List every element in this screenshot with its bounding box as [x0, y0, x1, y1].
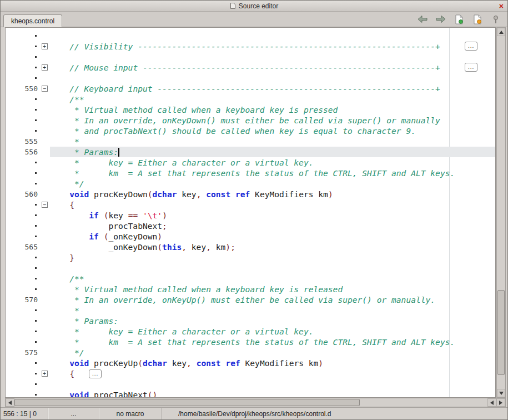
code-line[interactable]: */: [6, 178, 495, 189]
close-icon[interactable]: ×: [499, 2, 504, 10]
gutter-line-number[interactable]: [6, 231, 39, 242]
fold-column[interactable]: [39, 231, 50, 242]
code-line[interactable]: * Virtual method called when a keyboard …: [6, 104, 495, 115]
code-text[interactable]: [50, 263, 495, 273]
code-line[interactable]: [6, 31, 495, 41]
fold-column[interactable]: [39, 337, 50, 347]
fold-column[interactable]: [39, 189, 50, 199]
code-line[interactable]: *: [6, 305, 495, 316]
fold-column[interactable]: [39, 389, 50, 398]
fold-column[interactable]: +: [39, 41, 50, 52]
code-line[interactable]: [6, 263, 495, 273]
fold-column[interactable]: [39, 157, 50, 168]
fold-collapsed-icon[interactable]: ...: [465, 63, 477, 72]
fold-collapsed-icon[interactable]: ...: [465, 42, 477, 51]
code-line[interactable]: if (key == '\t'): [6, 210, 495, 221]
fold-column[interactable]: [39, 294, 50, 305]
scroll-left-button[interactable]: [6, 398, 14, 407]
code-text[interactable]: * and procTabNext() should be called whe…: [50, 126, 495, 136]
fold-column[interactable]: [39, 347, 50, 358]
fold-column[interactable]: +: [39, 62, 50, 73]
code-line[interactable]: 555 *: [6, 136, 495, 147]
fold-column[interactable]: [39, 136, 50, 147]
fold-column[interactable]: [39, 104, 50, 115]
fold-column[interactable]: [39, 316, 50, 326]
fold-column[interactable]: [39, 263, 50, 273]
gutter-line-number[interactable]: 565: [6, 242, 39, 252]
code-line[interactable]: * km = A set that represents the status …: [6, 337, 495, 347]
code-text[interactable]: */: [50, 178, 495, 189]
vertical-scroll-thumb[interactable]: [497, 290, 505, 374]
code-text[interactable]: _onKeyDown(this, key, km);: [50, 242, 495, 252]
fold-expand-icon[interactable]: +: [42, 371, 48, 377]
gutter-line-number[interactable]: [6, 73, 39, 83]
code-text[interactable]: * Virtual method called when a keyboard …: [50, 104, 495, 115]
gutter-line-number[interactable]: [6, 126, 39, 136]
gutter-line-number[interactable]: [6, 168, 39, 178]
code-line[interactable]: − {: [6, 199, 495, 210]
code-text[interactable]: *: [50, 305, 495, 316]
gutter-line-number[interactable]: 575: [6, 347, 39, 358]
gutter-line-number[interactable]: [6, 52, 39, 62]
code-text[interactable]: if (_onKeyDown): [50, 231, 495, 242]
gutter-line-number[interactable]: [6, 221, 39, 231]
gutter-line-number[interactable]: 556: [6, 147, 39, 157]
code-line[interactable]: * key = Either a character or a virtual …: [6, 326, 495, 337]
fold-column[interactable]: [39, 326, 50, 337]
scroll-up-button[interactable]: [497, 28, 505, 36]
gutter-line-number[interactable]: 550: [6, 83, 39, 94]
go-forward-button[interactable]: [435, 13, 447, 26]
code-text[interactable]: * key = Either a character or a virtual …: [50, 326, 495, 337]
fold-column[interactable]: [39, 147, 50, 157]
gutter-line-number[interactable]: [6, 41, 39, 52]
code-text[interactable]: // Keyboard input ----------------------…: [50, 83, 495, 94]
vertical-scrollbar[interactable]: [496, 27, 506, 398]
code-text[interactable]: if (key == '\t'): [50, 210, 495, 221]
code-line[interactable]: * and procTabNext() should be called whe…: [6, 126, 495, 136]
code-text[interactable]: void procKeyUp(dchar key, const ref KeyM…: [50, 358, 495, 368]
code-text[interactable]: * In an override, onKeyDown() must eithe…: [50, 115, 495, 126]
fold-column[interactable]: +: [39, 368, 50, 379]
code-line[interactable]: procTabNext;: [6, 221, 495, 231]
gutter-line-number[interactable]: [6, 368, 39, 379]
gutter-line-number[interactable]: [6, 263, 39, 273]
code-line[interactable]: * Virtual method called when a keyboard …: [6, 284, 495, 294]
code-text[interactable]: * Params:: [50, 147, 495, 157]
gutter-line-number[interactable]: [6, 178, 39, 189]
fold-column[interactable]: [39, 115, 50, 126]
code-line[interactable]: 565 _onKeyDown(this, key, km);: [6, 242, 495, 252]
code-line[interactable]: void procKeyUp(dchar key, const ref KeyM…: [6, 358, 495, 368]
code-text[interactable]: }: [50, 252, 495, 263]
fold-column[interactable]: [39, 273, 50, 284]
fold-column[interactable]: [39, 242, 50, 252]
tab-kheops-control[interactable]: kheops.control: [3, 14, 62, 27]
fold-column[interactable]: [39, 178, 50, 189]
code-line[interactable]: 575 */: [6, 347, 495, 358]
gutter-line-number[interactable]: [6, 284, 39, 294]
code-text[interactable]: */: [50, 347, 495, 358]
gutter-line-number[interactable]: [6, 337, 39, 347]
code-text[interactable]: * key = Either a character or a virtual …: [50, 157, 495, 168]
fold-column[interactable]: −: [39, 83, 50, 94]
code-text[interactable]: [50, 52, 495, 62]
code-line[interactable]: 570 * In an override, onKeyUp() must eit…: [6, 294, 495, 305]
fold-column[interactable]: [39, 305, 50, 316]
code-text[interactable]: * Params:: [50, 316, 495, 326]
gutter-line-number[interactable]: [6, 389, 39, 398]
code-line[interactable]: + {...: [6, 368, 495, 379]
code-text[interactable]: procTabNext;: [50, 221, 495, 231]
fold-column[interactable]: [39, 168, 50, 178]
fold-column[interactable]: [39, 31, 50, 41]
code-line[interactable]: [6, 73, 495, 83]
fold-collapse-icon[interactable]: −: [42, 86, 48, 92]
code-text[interactable]: {: [50, 199, 495, 210]
code-text[interactable]: * Virtual method called when a keyboard …: [50, 284, 495, 294]
code-text[interactable]: {...: [50, 368, 495, 379]
gutter-line-number[interactable]: [6, 62, 39, 73]
fold-collapse-icon[interactable]: −: [42, 202, 48, 208]
gutter-line-number[interactable]: [6, 115, 39, 126]
gutter-line-number[interactable]: [6, 316, 39, 326]
gutter-line-number[interactable]: [6, 31, 39, 41]
code-line[interactable]: [6, 52, 495, 62]
horizontal-scrollbar[interactable]: [5, 398, 506, 407]
